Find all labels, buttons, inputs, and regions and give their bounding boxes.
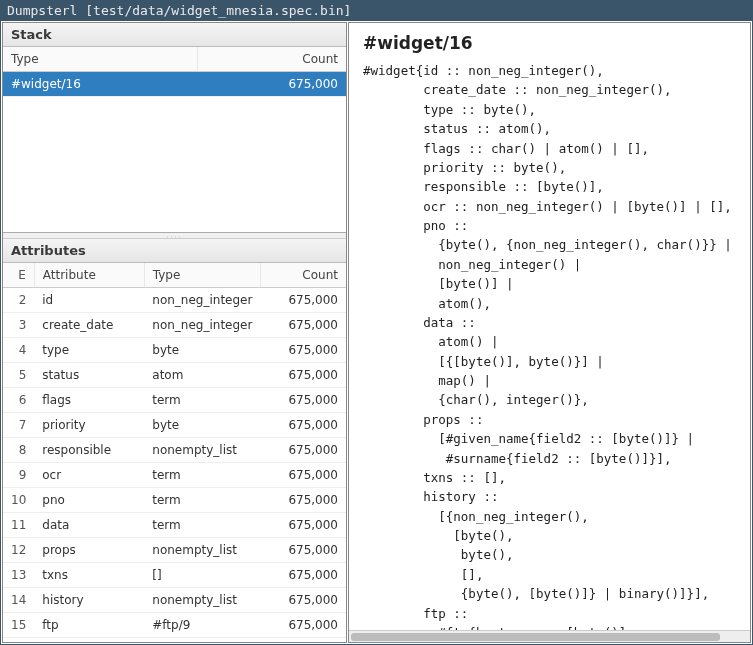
- attr-cell-type: atom: [144, 363, 260, 388]
- attr-cell-type: term: [144, 463, 260, 488]
- attributes-panel: Attributes E Attribute Type Count 2idnon…: [3, 239, 346, 642]
- attr-cell-e: 2: [3, 288, 34, 313]
- attr-cell-name: responsible: [34, 438, 144, 463]
- attr-cell-count: 675,000: [260, 488, 346, 513]
- attribute-row[interactable]: 16model_paramsimproper_list675,000: [3, 638, 346, 643]
- attr-cell-type: term: [144, 388, 260, 413]
- stack-col-type[interactable]: Type: [3, 47, 197, 72]
- attr-cell-e: 14: [3, 588, 34, 613]
- detail-title: #widget/16: [349, 23, 750, 61]
- attribute-row[interactable]: 12propsnonempty_list675,000: [3, 538, 346, 563]
- stack-title: Stack: [3, 23, 346, 47]
- attr-cell-name: txns: [34, 563, 144, 588]
- attr-cell-name: type: [34, 338, 144, 363]
- attributes-table-wrap[interactable]: E Attribute Type Count 2idnon_neg_intege…: [3, 263, 346, 642]
- attr-cell-type: nonempty_list: [144, 438, 260, 463]
- attr-cell-e: 4: [3, 338, 34, 363]
- attribute-row[interactable]: 3create_datenon_neg_integer675,000: [3, 313, 346, 338]
- attr-cell-e: 12: [3, 538, 34, 563]
- attr-cell-e: 6: [3, 388, 34, 413]
- attr-cell-count: 675,000: [260, 463, 346, 488]
- attr-cell-count: 675,000: [260, 513, 346, 538]
- attr-cell-name: history: [34, 588, 144, 613]
- app-name: Dumpsterl: [7, 3, 77, 18]
- attr-cell-name: props: [34, 538, 144, 563]
- attribute-row[interactable]: 2idnon_neg_integer675,000: [3, 288, 346, 313]
- attr-cell-type: byte: [144, 338, 260, 363]
- stack-cell-count: 675,000: [197, 72, 346, 97]
- attr-cell-count: 675,000: [260, 288, 346, 313]
- detail-spec: #widget{id :: non_neg_integer(), create_…: [363, 61, 750, 630]
- attribute-row[interactable]: 14historynonempty_list675,000: [3, 588, 346, 613]
- attr-cell-count: 675,000: [260, 538, 346, 563]
- attr-cell-name: model_params: [34, 638, 144, 643]
- attr-cell-e: 3: [3, 313, 34, 338]
- titlebar: Dumpsterl [test/data/widget_mnesia.spec.…: [1, 1, 752, 21]
- attr-col-count[interactable]: Count: [260, 263, 346, 288]
- attribute-row[interactable]: 5statusatom675,000: [3, 363, 346, 388]
- attribute-row[interactable]: 6flagsterm675,000: [3, 388, 346, 413]
- attr-col-e[interactable]: E: [3, 263, 34, 288]
- attr-cell-e: 16: [3, 638, 34, 643]
- attr-cell-count: 675,000: [260, 388, 346, 413]
- attr-col-attribute[interactable]: Attribute: [34, 263, 144, 288]
- attr-cell-count: 675,000: [260, 363, 346, 388]
- attr-cell-type: term: [144, 488, 260, 513]
- attr-cell-name: ftp: [34, 613, 144, 638]
- attr-cell-name: status: [34, 363, 144, 388]
- file-path: [test/data/widget_mnesia.spec.bin]: [85, 3, 351, 18]
- attr-cell-type: term: [144, 513, 260, 538]
- attribute-row[interactable]: 10pnoterm675,000: [3, 488, 346, 513]
- attr-cell-count: 675,000: [260, 438, 346, 463]
- attr-cell-count: 675,000: [260, 563, 346, 588]
- attribute-row[interactable]: 15ftp#ftp/9675,000: [3, 613, 346, 638]
- attribute-row[interactable]: 13txns[]675,000: [3, 563, 346, 588]
- attributes-title: Attributes: [3, 239, 346, 263]
- attribute-row[interactable]: 11dataterm675,000: [3, 513, 346, 538]
- horizontal-scrollbar[interactable]: [349, 630, 750, 642]
- attr-cell-type: []: [144, 563, 260, 588]
- attr-cell-type: byte: [144, 413, 260, 438]
- attr-col-type[interactable]: Type: [144, 263, 260, 288]
- detail-pane: #widget/16 #widget{id :: non_neg_integer…: [348, 22, 751, 643]
- attribute-row[interactable]: 9ocrterm675,000: [3, 463, 346, 488]
- attribute-row[interactable]: 7prioritybyte675,000: [3, 413, 346, 438]
- scrollbar-thumb[interactable]: [351, 633, 720, 641]
- app-window: Dumpsterl [test/data/widget_mnesia.spec.…: [0, 0, 753, 645]
- attr-cell-count: 675,000: [260, 338, 346, 363]
- attr-cell-name: id: [34, 288, 144, 313]
- attr-cell-count: 675,000: [260, 413, 346, 438]
- left-pane: Stack Type Count #widget/16675,000 ····: [2, 22, 347, 643]
- attr-cell-type: improper_list: [144, 638, 260, 643]
- attr-cell-type: nonempty_list: [144, 538, 260, 563]
- attr-cell-e: 11: [3, 513, 34, 538]
- attr-cell-name: priority: [34, 413, 144, 438]
- attr-cell-name: create_date: [34, 313, 144, 338]
- stack-row[interactable]: #widget/16675,000: [3, 72, 346, 97]
- attr-cell-type: non_neg_integer: [144, 313, 260, 338]
- attr-cell-count: 675,000: [260, 613, 346, 638]
- attr-cell-e: 7: [3, 413, 34, 438]
- attr-cell-name: ocr: [34, 463, 144, 488]
- attr-cell-count: 675,000: [260, 638, 346, 643]
- attr-cell-e: 15: [3, 613, 34, 638]
- stack-table-wrap[interactable]: Type Count #widget/16675,000: [3, 47, 346, 232]
- attr-cell-e: 10: [3, 488, 34, 513]
- attr-cell-e: 8: [3, 438, 34, 463]
- attribute-row[interactable]: 4typebyte675,000: [3, 338, 346, 363]
- detail-body[interactable]: #widget{id :: non_neg_integer(), create_…: [349, 61, 750, 630]
- attribute-row[interactable]: 8responsiblenonempty_list675,000: [3, 438, 346, 463]
- attr-cell-type: non_neg_integer: [144, 288, 260, 313]
- attr-cell-name: data: [34, 513, 144, 538]
- stack-col-count[interactable]: Count: [197, 47, 346, 72]
- attr-cell-name: flags: [34, 388, 144, 413]
- attr-cell-e: 13: [3, 563, 34, 588]
- stack-panel: Stack Type Count #widget/16675,000: [3, 23, 346, 233]
- attributes-table: E Attribute Type Count 2idnon_neg_intege…: [3, 263, 346, 642]
- attr-cell-type: nonempty_list: [144, 588, 260, 613]
- stack-table: Type Count #widget/16675,000: [3, 47, 346, 97]
- attr-cell-e: 9: [3, 463, 34, 488]
- attr-cell-name: pno: [34, 488, 144, 513]
- attr-cell-type: #ftp/9: [144, 613, 260, 638]
- attr-cell-count: 675,000: [260, 588, 346, 613]
